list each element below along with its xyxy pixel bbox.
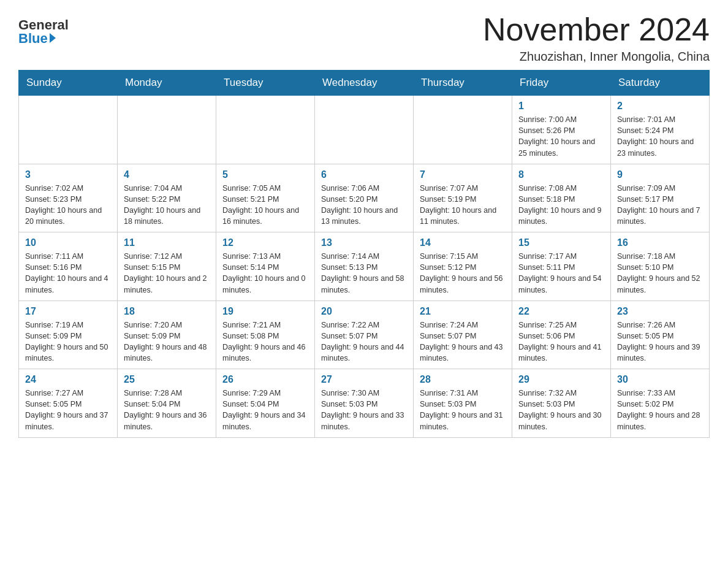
- day-info: Sunrise: 7:08 AM Sunset: 5:18 PM Dayligh…: [518, 183, 604, 228]
- day-info: Sunrise: 7:11 AM Sunset: 5:16 PM Dayligh…: [25, 251, 111, 296]
- calendar-cell: 12Sunrise: 7:13 AM Sunset: 5:14 PM Dayli…: [216, 232, 315, 301]
- day-info: Sunrise: 7:33 AM Sunset: 5:02 PM Dayligh…: [617, 388, 703, 432]
- day-info: Sunrise: 7:21 AM Sunset: 5:08 PM Dayligh…: [222, 320, 308, 364]
- day-info: Sunrise: 7:27 AM Sunset: 5:05 PM Dayligh…: [25, 388, 111, 432]
- weekday-header-monday: Monday: [118, 71, 216, 96]
- calendar-cell: 11Sunrise: 7:12 AM Sunset: 5:15 PM Dayli…: [118, 232, 216, 301]
- calendar-cell: 24Sunrise: 7:27 AM Sunset: 5:05 PM Dayli…: [19, 369, 118, 438]
- day-info: Sunrise: 7:19 AM Sunset: 5:09 PM Dayligh…: [25, 320, 111, 364]
- calendar-cell: [216, 96, 315, 164]
- day-number: 18: [124, 306, 210, 317]
- day-number: 15: [518, 237, 604, 248]
- day-number: 21: [420, 306, 506, 317]
- day-number: 17: [25, 306, 111, 317]
- calendar-cell: 28Sunrise: 7:31 AM Sunset: 5:03 PM Dayli…: [414, 369, 512, 438]
- calendar-cell: 6Sunrise: 7:06 AM Sunset: 5:20 PM Daylig…: [315, 164, 414, 232]
- calendar-cell: [19, 96, 118, 164]
- page-header: General Blue November 2024 Zhuozishan, I…: [18, 12, 710, 64]
- day-number: 28: [420, 374, 506, 385]
- calendar-cell: 14Sunrise: 7:15 AM Sunset: 5:12 PM Dayli…: [414, 232, 512, 301]
- calendar-cell: 15Sunrise: 7:17 AM Sunset: 5:11 PM Dayli…: [512, 232, 611, 301]
- calendar-cell: 29Sunrise: 7:32 AM Sunset: 5:03 PM Dayli…: [512, 369, 611, 438]
- day-number: 4: [124, 169, 210, 180]
- day-number: 14: [420, 237, 506, 248]
- day-number: 6: [321, 169, 407, 180]
- day-info: Sunrise: 7:04 AM Sunset: 5:22 PM Dayligh…: [124, 183, 210, 228]
- calendar-cell: 4Sunrise: 7:04 AM Sunset: 5:22 PM Daylig…: [118, 164, 216, 232]
- calendar-cell: [118, 96, 216, 164]
- calendar-cell: 8Sunrise: 7:08 AM Sunset: 5:18 PM Daylig…: [512, 164, 611, 232]
- calendar-table: SundayMondayTuesdayWednesdayThursdayFrid…: [18, 70, 710, 438]
- calendar-cell: 10Sunrise: 7:11 AM Sunset: 5:16 PM Dayli…: [19, 232, 118, 301]
- day-number: 10: [25, 237, 111, 248]
- day-number: 19: [222, 306, 308, 317]
- day-number: 8: [518, 169, 604, 180]
- day-info: Sunrise: 7:14 AM Sunset: 5:13 PM Dayligh…: [321, 251, 407, 296]
- day-info: Sunrise: 7:28 AM Sunset: 5:04 PM Dayligh…: [124, 388, 210, 432]
- calendar-cell: 13Sunrise: 7:14 AM Sunset: 5:13 PM Dayli…: [315, 232, 414, 301]
- day-number: 27: [321, 374, 407, 385]
- day-number: 29: [518, 374, 604, 385]
- day-info: Sunrise: 7:13 AM Sunset: 5:14 PM Dayligh…: [222, 251, 308, 296]
- day-info: Sunrise: 7:06 AM Sunset: 5:20 PM Dayligh…: [321, 183, 407, 228]
- day-number: 13: [321, 237, 407, 248]
- calendar-cell: 20Sunrise: 7:22 AM Sunset: 5:07 PM Dayli…: [315, 301, 414, 369]
- day-number: 20: [321, 306, 407, 317]
- calendar-cell: 27Sunrise: 7:30 AM Sunset: 5:03 PM Dayli…: [315, 369, 414, 438]
- day-number: 11: [124, 237, 210, 248]
- day-info: Sunrise: 7:07 AM Sunset: 5:19 PM Dayligh…: [420, 183, 506, 228]
- weekday-header-tuesday: Tuesday: [216, 71, 315, 96]
- day-info: Sunrise: 7:00 AM Sunset: 5:26 PM Dayligh…: [518, 114, 604, 159]
- logo-blue-text: Blue: [18, 32, 56, 45]
- day-number: 2: [617, 101, 703, 112]
- calendar-cell: 17Sunrise: 7:19 AM Sunset: 5:09 PM Dayli…: [19, 301, 118, 369]
- weekday-header-row: SundayMondayTuesdayWednesdayThursdayFrid…: [19, 71, 710, 96]
- logo-triangle-icon: [50, 33, 56, 43]
- calendar-cell: 1Sunrise: 7:00 AM Sunset: 5:26 PM Daylig…: [512, 96, 611, 164]
- month-title: November 2024: [483, 12, 710, 47]
- day-info: Sunrise: 7:18 AM Sunset: 5:10 PM Dayligh…: [617, 251, 703, 296]
- weekday-header-wednesday: Wednesday: [315, 71, 414, 96]
- day-info: Sunrise: 7:29 AM Sunset: 5:04 PM Dayligh…: [222, 388, 308, 432]
- day-info: Sunrise: 7:32 AM Sunset: 5:03 PM Dayligh…: [518, 388, 604, 432]
- week-row-2: 3Sunrise: 7:02 AM Sunset: 5:23 PM Daylig…: [19, 164, 710, 232]
- day-info: Sunrise: 7:25 AM Sunset: 5:06 PM Dayligh…: [518, 320, 604, 364]
- day-info: Sunrise: 7:30 AM Sunset: 5:03 PM Dayligh…: [321, 388, 407, 432]
- day-number: 25: [124, 374, 210, 385]
- day-info: Sunrise: 7:01 AM Sunset: 5:24 PM Dayligh…: [617, 114, 703, 159]
- calendar-cell: 5Sunrise: 7:05 AM Sunset: 5:21 PM Daylig…: [216, 164, 315, 232]
- calendar-cell: 18Sunrise: 7:20 AM Sunset: 5:09 PM Dayli…: [118, 301, 216, 369]
- calendar-cell: [414, 96, 512, 164]
- calendar-cell: 3Sunrise: 7:02 AM Sunset: 5:23 PM Daylig…: [19, 164, 118, 232]
- week-row-3: 10Sunrise: 7:11 AM Sunset: 5:16 PM Dayli…: [19, 232, 710, 301]
- day-number: 3: [25, 169, 111, 180]
- day-number: 23: [617, 306, 703, 317]
- day-number: 5: [222, 169, 308, 180]
- logo-general-text: General: [18, 18, 69, 32]
- day-info: Sunrise: 7:05 AM Sunset: 5:21 PM Dayligh…: [222, 183, 308, 228]
- day-number: 9: [617, 169, 703, 180]
- day-number: 26: [222, 374, 308, 385]
- calendar-cell: 16Sunrise: 7:18 AM Sunset: 5:10 PM Dayli…: [611, 232, 710, 301]
- title-area: November 2024 Zhuozishan, Inner Mongolia…: [483, 12, 710, 64]
- day-number: 30: [617, 374, 703, 385]
- day-info: Sunrise: 7:17 AM Sunset: 5:11 PM Dayligh…: [518, 251, 604, 296]
- calendar-cell: 21Sunrise: 7:24 AM Sunset: 5:07 PM Dayli…: [414, 301, 512, 369]
- logo: General Blue: [18, 12, 69, 45]
- weekday-header-thursday: Thursday: [414, 71, 512, 96]
- calendar-cell: 25Sunrise: 7:28 AM Sunset: 5:04 PM Dayli…: [118, 369, 216, 438]
- day-number: 22: [518, 306, 604, 317]
- day-info: Sunrise: 7:12 AM Sunset: 5:15 PM Dayligh…: [124, 251, 210, 296]
- day-info: Sunrise: 7:24 AM Sunset: 5:07 PM Dayligh…: [420, 320, 506, 364]
- location-subtitle: Zhuozishan, Inner Mongolia, China: [483, 50, 710, 64]
- week-row-4: 17Sunrise: 7:19 AM Sunset: 5:09 PM Dayli…: [19, 301, 710, 369]
- day-info: Sunrise: 7:22 AM Sunset: 5:07 PM Dayligh…: [321, 320, 407, 364]
- calendar-cell: 2Sunrise: 7:01 AM Sunset: 5:24 PM Daylig…: [611, 96, 710, 164]
- day-info: Sunrise: 7:09 AM Sunset: 5:17 PM Dayligh…: [617, 183, 703, 228]
- day-info: Sunrise: 7:15 AM Sunset: 5:12 PM Dayligh…: [420, 251, 506, 296]
- weekday-header-sunday: Sunday: [19, 71, 118, 96]
- day-info: Sunrise: 7:26 AM Sunset: 5:05 PM Dayligh…: [617, 320, 703, 364]
- day-number: 16: [617, 237, 703, 248]
- day-info: Sunrise: 7:20 AM Sunset: 5:09 PM Dayligh…: [124, 320, 210, 364]
- calendar-cell: 23Sunrise: 7:26 AM Sunset: 5:05 PM Dayli…: [611, 301, 710, 369]
